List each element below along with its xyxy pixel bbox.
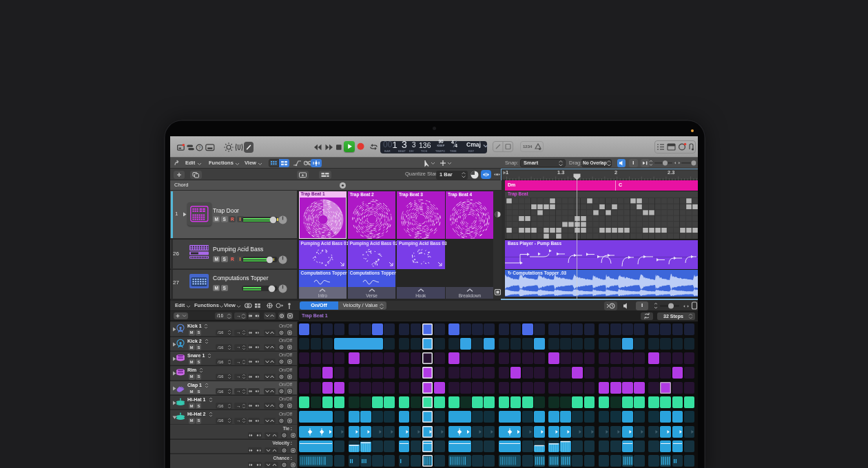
svg-text:?: ? — [198, 145, 201, 150]
